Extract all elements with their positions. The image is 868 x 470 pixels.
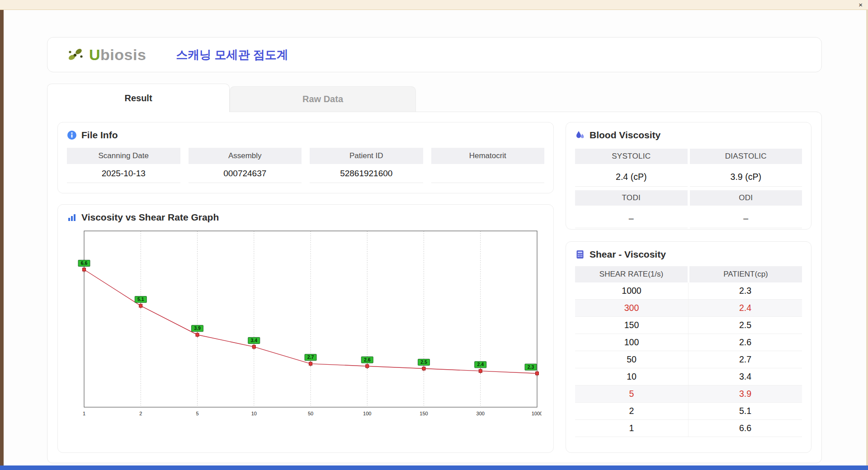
svg-text:2.3: 2.3 — [528, 364, 534, 370]
svg-text:2.6: 2.6 — [364, 357, 371, 362]
ubiosis-logo: Ubiosis — [66, 46, 146, 64]
table-row: 53.9 — [575, 385, 802, 403]
patient-viscosity-cell: 3.9 — [689, 385, 802, 402]
blood-viscosity-title: Blood Viscosity — [590, 130, 660, 141]
left-column: File Info Scanning Date 2025-10-13 Assem… — [57, 122, 554, 453]
logo-wordmark: Ubiosis — [89, 46, 146, 64]
app-header: Ubiosis 스캐닝 모세관 점도계 — [47, 37, 822, 72]
svg-text:6.6: 6.6 — [81, 260, 88, 266]
patient-viscosity-cell: 5.1 — [689, 403, 802, 419]
window-frame-left — [0, 10, 4, 465]
field-label: Assembly — [189, 148, 302, 164]
graph-card: Viscosity vs Shear Rate Graph 6.65.13.93… — [57, 204, 554, 453]
window-close-button[interactable]: × — [859, 0, 863, 9]
svg-text:5.1: 5.1 — [137, 296, 144, 302]
field-label: Scanning Date — [67, 148, 180, 164]
svg-text:2.5: 2.5 — [420, 359, 427, 365]
shear-viscosity-title: Shear - Viscosity — [590, 249, 666, 260]
svg-text:5: 5 — [196, 411, 198, 416]
shear-table-header: SHEAR RATE(1/s) PATIENT(cp) — [575, 266, 802, 282]
table-row: 1502.5 — [575, 317, 802, 334]
shear-rate-cell: 50 — [575, 351, 689, 368]
svg-text:2.7: 2.7 — [307, 354, 314, 360]
droplets-icon — [575, 130, 585, 140]
file-info-field: Assembly 000724637 — [189, 148, 302, 183]
blood-viscosity-values-1: 2.4 (cP) 3.9 (cP) — [575, 168, 802, 187]
scanning-date-value: 2025-10-13 — [67, 164, 180, 183]
systolic-header: SYSTOLIC — [575, 149, 688, 164]
shear-rate-cell: 5 — [575, 385, 689, 402]
patient-viscosity-cell: 2.5 — [689, 317, 802, 334]
patient-viscosity-cell: 2.7 — [689, 351, 802, 368]
shear-rate-cell: 2 — [575, 403, 689, 419]
blood-viscosity-title-row: Blood Viscosity — [575, 130, 802, 141]
window-titlebar: × — [0, 0, 868, 10]
svg-text:3.9: 3.9 — [194, 325, 201, 331]
graph-title: Viscosity vs Shear Rate Graph — [81, 212, 219, 223]
app-page: Ubiosis 스캐닝 모세관 점도계 Result Raw Data — [4, 10, 866, 465]
systolic-value: 2.4 (cP) — [575, 168, 688, 187]
file-info-title-row: File Info — [67, 130, 544, 141]
table-row: 16.6 — [575, 420, 802, 437]
taskbar-strip — [0, 465, 868, 470]
shear-rate-cell: 150 — [575, 317, 689, 334]
table-row: 502.7 — [575, 351, 802, 368]
file-info-field: Scanning Date 2025-10-13 — [67, 148, 180, 183]
x-axis-tick-labels: 12510501001503001000 — [83, 411, 542, 416]
file-info-title: File Info — [81, 130, 118, 141]
svg-text:2.4: 2.4 — [477, 362, 484, 367]
svg-text:2: 2 — [139, 411, 142, 416]
diastolic-header: DIASTOLIC — [690, 149, 802, 164]
patient-column-header: PATIENT(cp) — [689, 266, 802, 282]
tab-raw-data-label: Raw Data — [302, 94, 343, 104]
file-info-field: Patient ID 52861921600 — [310, 148, 423, 183]
shear-rate-cell: 300 — [575, 300, 689, 316]
diastolic-value: 3.9 (cP) — [690, 168, 802, 187]
svg-text:300: 300 — [476, 411, 485, 416]
window-frame-right — [866, 10, 868, 465]
shear-rate-column-header: SHEAR RATE(1/s) — [575, 266, 688, 282]
shear-rate-cell: 1 — [575, 420, 689, 437]
table-row: 10002.3 — [575, 282, 802, 300]
shear-rate-cell: 1000 — [575, 282, 689, 299]
todi-value: – — [575, 209, 688, 228]
svg-text:1000: 1000 — [532, 411, 542, 416]
field-label: Hematocrit — [431, 148, 545, 164]
svg-text:50: 50 — [308, 411, 313, 416]
ubiosis-leaf-icon — [66, 47, 86, 63]
info-icon — [67, 130, 77, 140]
svg-text:3.4: 3.4 — [250, 338, 257, 343]
svg-text:10: 10 — [251, 411, 257, 416]
logo-rest: biosis — [100, 46, 146, 63]
graph-title-row: Viscosity vs Shear Rate Graph — [67, 212, 544, 223]
table-row: 3002.4 — [575, 300, 802, 317]
shear-viscosity-title-row: Shear - Viscosity — [575, 249, 802, 260]
svg-text:100: 100 — [363, 411, 371, 416]
tab-result-label: Result — [124, 93, 152, 103]
patient-viscosity-cell: 2.4 — [689, 300, 802, 316]
todi-header: TODI — [575, 190, 688, 206]
assembly-value: 000724637 — [189, 164, 302, 183]
calculator-icon — [575, 249, 585, 259]
tab-result[interactable]: Result — [47, 84, 230, 112]
file-info-field: Hematocrit — [431, 148, 545, 183]
shear-rate-cell: 10 — [575, 368, 689, 385]
shear-viscosity-card: Shear - Viscosity SHEAR RATE(1/s) PATIEN… — [566, 241, 811, 453]
file-info-grid: Scanning Date 2025-10-13 Assembly 000724… — [67, 148, 544, 183]
logo-letter-u: U — [89, 46, 100, 63]
right-column: Blood Viscosity SYSTOLIC DIASTOLIC 2.4 (… — [566, 122, 811, 453]
blood-viscosity-card: Blood Viscosity SYSTOLIC DIASTOLIC 2.4 (… — [566, 122, 811, 230]
hematocrit-value — [431, 164, 545, 183]
blood-viscosity-values-2: – – — [575, 209, 802, 228]
table-row: 103.4 — [575, 368, 802, 385]
shear-rate-cell: 100 — [575, 334, 689, 351]
odi-value: – — [690, 209, 802, 228]
shear-table-body: 10002.33002.41502.51002.6502.7103.453.92… — [575, 282, 802, 437]
table-row: 25.1 — [575, 403, 802, 420]
blood-viscosity-headers-2: TODI ODI — [575, 190, 802, 206]
viscosity-chart: 6.65.13.93.42.72.62.52.42.31251050100150… — [67, 227, 542, 431]
tab-raw-data[interactable]: Raw Data — [230, 86, 416, 112]
blood-viscosity-headers-1: SYSTOLIC DIASTOLIC — [575, 149, 802, 164]
odi-header: ODI — [690, 190, 802, 206]
tab-bar: Result Raw Data — [47, 83, 823, 112]
